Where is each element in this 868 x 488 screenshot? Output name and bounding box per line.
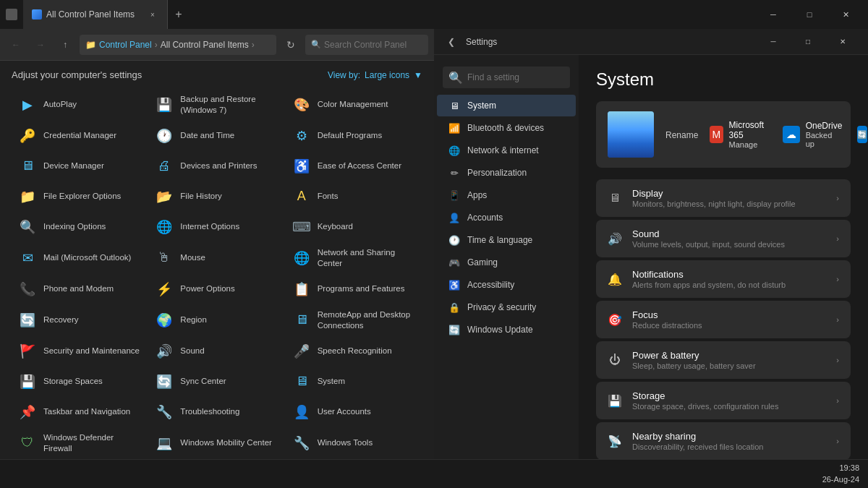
settings-item-title: Display [632,188,826,199]
content-area: ← → ↑ 📁 Control Panel › All Control Pane… [0,29,868,459]
grid-item[interactable]: 🔄 Sync Center [148,367,285,397]
forward-button[interactable]: → [30,35,51,55]
back-button[interactable]: ← [6,35,26,55]
grid-item[interactable]: 🔧 Troubleshooting [148,397,285,427]
sidebar-nav-item-accessibility[interactable]: ♿ Accessibility [437,274,576,296]
up-button[interactable]: ↑ [55,35,75,55]
grid-item[interactable]: ⌨ Keyboard [286,212,422,242]
path-control-panel[interactable]: Control Panel [99,40,152,50]
sidebar-nav-item-bluetooth-devices[interactable]: 📶 Bluetooth & devices [437,117,576,139]
app-icon: M [710,126,723,143]
grid-item[interactable]: 👤 User Accounts [286,397,422,427]
settings-back-button[interactable]: ❮ [443,33,460,51]
grid-item[interactable]: ⚙ Default Programs [286,121,422,151]
grid-item[interactable]: ⚡ Power Options [148,274,285,304]
grid-item[interactable]: 🖱 Mouse [148,242,285,274]
settings-item-storage[interactable]: 💾 Storage Storage space, drives, configu… [596,382,851,419]
grid-item[interactable]: 🌐 Internet Options [148,212,285,242]
grid-item[interactable]: 📁 File Explorer Options [12,181,148,212]
grid-item[interactable]: 🖥 RemoteApp and Desktop Connections [286,304,422,336]
grid-item[interactable]: 🛡 Windows Defender Firewall [12,427,148,459]
item-icon: 🌐 [292,248,312,268]
grid-item[interactable]: 🔑 Credential Manager [12,121,148,151]
settings-item-focus[interactable]: 🎯 Focus Reduce distractions › [596,301,851,338]
grid-item[interactable]: 🔄 Recovery [12,304,148,336]
grid-item[interactable]: 📋 Programs and Features [286,274,422,304]
tab-close-button[interactable]: × [147,9,158,20]
settings-item-nearby-sharing[interactable]: 📡 Nearby sharing Discoverability, receiv… [596,422,851,459]
settings-search-input[interactable] [467,72,576,82]
sidebar-nav-item-gaming[interactable]: 🎮 Gaming [437,252,576,273]
grid-item[interactable]: 📞 Phone and Modem [12,274,148,304]
maximize-button[interactable]: □ [793,3,826,26]
address-path[interactable]: 📁 Control Panel › All Control Panel Item… [80,35,276,55]
sidebar-nav-item-apps[interactable]: 📱 Apps [437,184,576,206]
sidebar-nav-item-accounts[interactable]: 👤 Accounts [437,207,576,228]
settings-search-box[interactable]: 🔍 [443,67,570,88]
settings-close[interactable]: ✕ [826,30,859,53]
settings-maximize[interactable]: □ [791,30,825,53]
grid-item[interactable]: 🎤 Speech Recognition [286,336,422,367]
grid-item[interactable]: 💻 Windows Mobility Center [148,427,285,459]
item-label: Color Management [318,99,388,110]
settings-item-desc: Monitors, brightness, night light, displ… [632,200,826,208]
profile-app-microsoft-365[interactable]: M Microsoft 365 Manage [710,111,768,158]
settings-item-arrow: › [836,356,839,364]
view-by-control[interactable]: View by: Large icons ▼ [328,70,422,80]
grid-item[interactable]: ♿ Ease of Access Center [286,151,422,181]
settings-item-icon: 🔔 [608,272,622,286]
settings-item-sound[interactable]: 🔊 Sound Volume levels, output, input, so… [596,220,851,257]
grid-item[interactable]: 🚩 Security and Maintenance [12,336,148,367]
profile-app-onedrive[interactable]: ☁ OneDrive Backed up [783,111,843,158]
settings-item-icon: 🔊 [608,231,622,246]
settings-titlebar: ❮ Settings ─ □ ✕ [434,29,868,55]
rename-label[interactable]: Rename [665,127,698,143]
grid-item[interactable]: 🌍 Region [148,304,285,336]
settings-item-arrow: › [836,437,839,445]
grid-item[interactable]: ✉ Mail (Microsoft Outlook) [12,242,148,274]
grid-item[interactable]: A Fonts [286,181,422,212]
sidebar-item-icon: 📶 [448,122,460,134]
search-input[interactable] [324,40,422,50]
close-button[interactable]: ✕ [829,3,862,26]
settings-item-arrow: › [836,275,839,283]
grid-item[interactable]: 📂 File History [148,181,285,212]
grid-item[interactable]: 🖥 Device Manager [12,151,148,181]
item-label: Mail (Microsoft Outlook) [43,252,131,263]
grid-item[interactable]: 🕐 Date and Time [148,121,285,151]
grid-item[interactable]: 💾 Backup and Restore (Windows 7) [148,89,285,121]
settings-items-list: 🖥 Display Monitors, brightness, night li… [596,179,851,459]
settings-item-desc: Reduce distractions [632,321,826,330]
grid-item[interactable]: ▶ AutoPlay [12,89,148,121]
grid-item[interactable]: 🖨 Devices and Printers [148,151,285,181]
sidebar-nav-item-personalization[interactable]: ✏ Personalization [437,162,576,184]
grid-item[interactable]: 🎨 Color Management [286,89,422,121]
settings-main-content: System Rename M Microsoft 365 Manage ☁ O… [579,55,868,459]
item-label: Keyboard [318,221,353,232]
settings-item-display[interactable]: 🖥 Display Monitors, brightness, night li… [596,179,851,217]
item-label: Sync Center [180,376,226,387]
sidebar-nav-item-time-language[interactable]: 🕐 Time & language [437,229,576,251]
sidebar-nav-item-privacy-security[interactable]: 🔒 Privacy & security [437,296,576,318]
grid-item[interactable]: 🌐 Network and Sharing Center [286,242,422,274]
profile-rename[interactable]: Rename [665,128,698,141]
new-tab-button[interactable]: + [168,0,190,29]
grid-item[interactable]: 🔍 Indexing Options [12,212,148,242]
settings-item-notifications[interactable]: 🔔 Notifications Alerts from apps and sys… [596,260,851,298]
grid-item[interactable]: 🔧 Windows Tools [286,427,422,459]
grid-item[interactable]: 🖥 System [286,367,422,397]
sidebar-nav-item-system[interactable]: 🖥 System [437,95,576,116]
grid-item[interactable]: 🔊 Sound [148,336,285,367]
browser-tab[interactable]: All Control Panel Items × [23,0,168,29]
sidebar-item-label: Network & internet [467,145,539,155]
sidebar-nav-item-windows-update[interactable]: 🔄 Windows Update [437,319,576,341]
settings-minimize[interactable]: ─ [757,30,790,53]
grid-item[interactable]: 💾 Storage Spaces [12,367,148,397]
settings-item-power-&-battery[interactable]: ⏻ Power & battery Sleep, battery usage, … [596,341,851,379]
grid-item[interactable]: 📌 Taskbar and Navigation [12,397,148,427]
sidebar-nav-item-network-internet[interactable]: 🌐 Network & internet [437,140,576,161]
search-box[interactable]: 🔍 [305,35,428,55]
refresh-button[interactable]: ↻ [281,35,301,55]
minimize-button[interactable]: ─ [757,3,790,26]
profile-app-windows-update[interactable]: 🔄 Windows Update Last checked: 1 minute … [857,111,868,158]
